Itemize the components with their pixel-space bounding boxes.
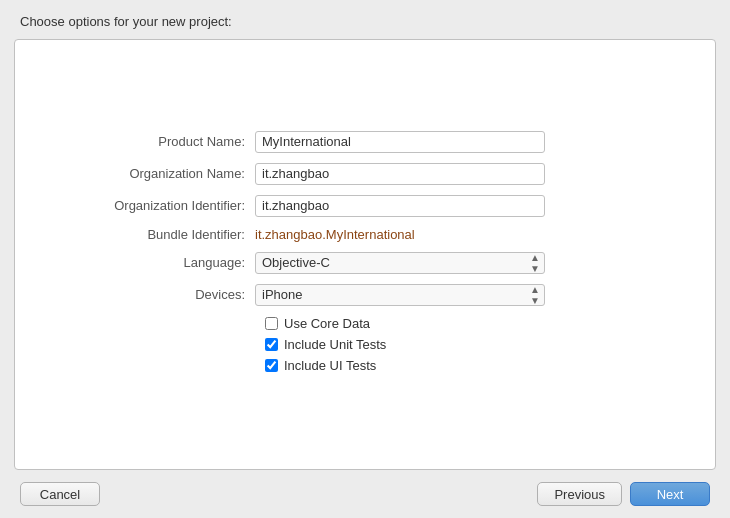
footer-right: Previous Next [537, 482, 710, 506]
cancel-button[interactable]: Cancel [20, 482, 100, 506]
language-row: Language: Objective-C Swift ▲ ▼ [55, 252, 675, 274]
product-name-label: Product Name: [55, 134, 255, 149]
org-identifier-input[interactable] [255, 195, 545, 217]
use-core-data-checkbox[interactable] [265, 317, 278, 330]
dialog-footer: Cancel Previous Next [0, 470, 730, 518]
org-name-input[interactable] [255, 163, 545, 185]
include-unit-tests-label[interactable]: Include Unit Tests [284, 337, 386, 352]
language-label: Language: [55, 255, 255, 270]
org-name-label: Organization Name: [55, 166, 255, 181]
product-name-input[interactable] [255, 131, 545, 153]
include-unit-tests-row: Include Unit Tests [265, 337, 675, 352]
use-core-data-label[interactable]: Use Core Data [284, 316, 370, 331]
include-ui-tests-label[interactable]: Include UI Tests [284, 358, 376, 373]
form-container: Product Name: Organization Name: Organiz… [15, 111, 715, 399]
include-ui-tests-checkbox[interactable] [265, 359, 278, 372]
include-ui-tests-row: Include UI Tests [265, 358, 675, 373]
next-button[interactable]: Next [630, 482, 710, 506]
org-identifier-label: Organization Identifier: [55, 198, 255, 213]
devices-select-wrapper: iPhone iPad Universal ▲ ▼ [255, 284, 545, 306]
language-select-wrapper: Objective-C Swift ▲ ▼ [255, 252, 545, 274]
use-core-data-row: Use Core Data [265, 316, 675, 331]
dialog-header-text: Choose options for your new project: [20, 14, 232, 29]
org-name-row: Organization Name: [55, 163, 675, 185]
dialog-header: Choose options for your new project: [0, 0, 730, 39]
bundle-identifier-label: Bundle Identifier: [55, 227, 255, 242]
footer-left: Cancel [20, 482, 100, 506]
devices-select[interactable]: iPhone iPad Universal [255, 284, 545, 306]
checkbox-group: Use Core Data Include Unit Tests Include… [265, 316, 675, 373]
org-identifier-row: Organization Identifier: [55, 195, 675, 217]
bundle-identifier-value: it.zhangbao.MyInternational [255, 227, 415, 242]
include-unit-tests-checkbox[interactable] [265, 338, 278, 351]
devices-label: Devices: [55, 287, 255, 302]
previous-button[interactable]: Previous [537, 482, 622, 506]
devices-row: Devices: iPhone iPad Universal ▲ ▼ [55, 284, 675, 306]
bundle-identifier-row: Bundle Identifier: it.zhangbao.MyInterna… [55, 227, 675, 242]
language-select[interactable]: Objective-C Swift [255, 252, 545, 274]
dialog-content: Product Name: Organization Name: Organiz… [14, 39, 716, 470]
product-name-row: Product Name: [55, 131, 675, 153]
